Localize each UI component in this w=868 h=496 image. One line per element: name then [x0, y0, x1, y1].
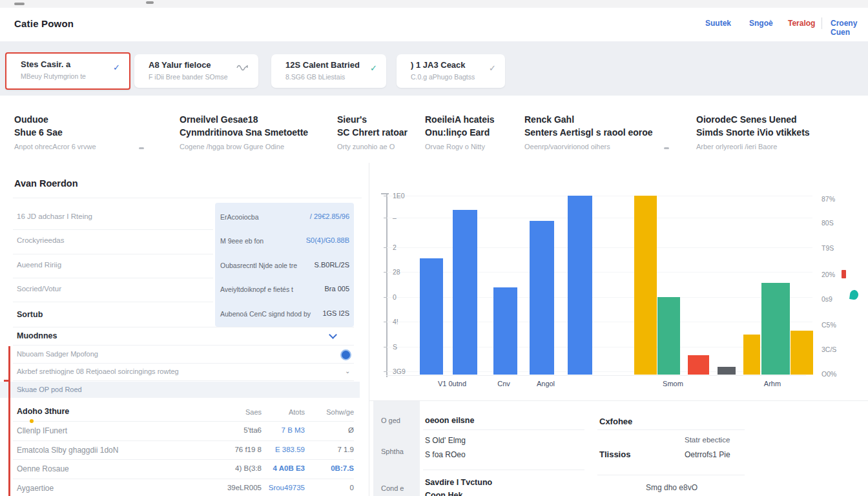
feature-title[interactable]: Cynmdritinova Sna Smetoette [180, 127, 308, 138]
y-axis-label: 3G9 [393, 367, 406, 375]
y-axis-label: 1E0 [393, 192, 405, 200]
gridline [386, 247, 812, 248]
nav-link-2[interactable]: Sngoè [749, 19, 773, 28]
chart-bar[interactable] [568, 196, 592, 375]
legend-teal-marker [849, 289, 859, 300]
stat-card[interactable]: 12S Calent Batried 8.SG6 GB bLiestais ✓ [271, 54, 386, 88]
chart-bar[interactable] [718, 367, 736, 375]
row-label: Aueend Ririig [17, 261, 61, 269]
caret-mark-icon [664, 147, 669, 149]
gridline [386, 322, 812, 322]
box-label: Oubasrecntl Njde aole tre [220, 262, 297, 269]
feature-title[interactable]: Renck Gahl [524, 114, 574, 125]
box-value[interactable]: Bra 005 [324, 285, 349, 293]
chart-bar[interactable] [453, 210, 477, 375]
feature-title[interactable]: Shue 6 Sae [14, 127, 63, 138]
box-value[interactable]: 1GS I2S [322, 309, 349, 317]
sidebar-item[interactable]: Cond e [381, 484, 404, 492]
link-row[interactable]: Akrbef srethiogjne 08 Retjoaeol soircing… [17, 367, 179, 375]
stat-card-title: ) 1 JA3 Ceack [411, 60, 466, 70]
y-tick [384, 297, 387, 298]
y-axis-label: 4! [393, 318, 398, 326]
stat-card-title: A8 Yalur fieloce [149, 60, 211, 70]
nav-link-3[interactable]: Teralog [788, 19, 815, 28]
feature-title[interactable]: SC Chrert ratoar [337, 127, 408, 138]
box-value[interactable]: / 29€2.85/96 [310, 212, 349, 220]
y-tick [384, 371, 387, 372]
link-row[interactable]: Skuae OP pod Roed [17, 386, 82, 393]
nav-link-1[interactable]: Suutek [705, 19, 731, 28]
bar-chart: 1E0–22804!S3G9V1 0utndCnvAngolSmomArhm87… [369, 163, 868, 400]
blue-dot-icon[interactable] [340, 349, 351, 360]
table-cell-link[interactable]: E 383.59 [253, 446, 305, 453]
nav-link-4[interactable]: Croeny Cuen [831, 19, 868, 37]
right-axis-label: O0% [822, 370, 836, 378]
divider [13, 479, 354, 479]
feature-title[interactable]: Onu:linço Eard [425, 127, 490, 138]
divider [13, 345, 354, 346]
chart-bar[interactable] [493, 287, 517, 375]
stat-card[interactable]: ) 1 JA3 Ceack C.0.g aPhugo Bagtss ✓ [397, 54, 505, 88]
divider [13, 421, 354, 422]
y-tick [384, 322, 387, 322]
divider [423, 470, 584, 470]
chart-bar[interactable] [530, 221, 554, 375]
sidebar-item[interactable]: Sphtha [381, 448, 404, 455]
feature-title[interactable]: Senters Aertisgl s raool eoroe [524, 127, 653, 138]
box-label: M 9eee eb fon [220, 237, 264, 245]
feature-title[interactable]: Ouduoe [14, 114, 48, 125]
feature-title[interactable]: RoeileiA hcateis [425, 114, 495, 125]
y-axis-label: 0 [393, 293, 397, 301]
stat-card[interactable]: A8 Yalur fieloce F iDii Bree bander SOms… [134, 54, 258, 88]
bottom-middle-sidebar: O ged Sphtha Cond e [373, 401, 420, 496]
feature-subtitle: Oeenrp/vaorvirionod oihers [524, 143, 610, 150]
stat-card-highlighted[interactable]: Stes Casir. a MBeuy Rutymgrion te ✓ [5, 52, 130, 90]
y-tick [384, 218, 387, 218]
table-cell: 7 1.9 [305, 446, 354, 453]
box-value[interactable]: S0(4)/G0.88B [306, 236, 349, 244]
right-axis-label: 3C/S [822, 346, 836, 353]
feature-title[interactable]: OiorodeC Senes Uened [696, 114, 797, 125]
divider [13, 229, 213, 230]
feature-title[interactable]: Sieur's [337, 114, 367, 125]
expander-label[interactable]: Muodnnes [17, 331, 57, 340]
feature-title[interactable]: Orneilvel Gesae18 [180, 114, 258, 125]
x-axis-label: Arhm [743, 380, 801, 388]
chart-bar[interactable] [790, 331, 813, 375]
table-row-name: Oenne Rosaue [17, 464, 69, 473]
horizontal-divider [369, 400, 868, 401]
feature-subtitle: Cogene /hgga brow Ggure Odine [180, 143, 284, 150]
divider [597, 429, 745, 430]
box-value[interactable]: S.B0RL/2S [315, 261, 349, 269]
footer-text: Smg dho e8vO [646, 483, 698, 492]
link-strip[interactable]: Skuae OP pod Roed [0, 382, 360, 398]
link-row[interactable]: Nbuoam Sadger Mpofong [17, 350, 98, 358]
y-tick [384, 247, 387, 248]
box-label: ErAcooiocba [220, 213, 259, 221]
chart-bar[interactable] [688, 355, 709, 375]
right-axis-label: 80S [822, 219, 834, 227]
divider [423, 429, 584, 430]
chart-bar[interactable] [761, 283, 790, 375]
column-header: Sohw/ge [305, 408, 354, 416]
chart-bar[interactable] [657, 297, 680, 375]
entry-title: oeoon eilsne [425, 416, 474, 425]
table-cell-link[interactable]: Srou49735 [253, 484, 305, 491]
chart-bar[interactable] [743, 335, 760, 375]
panel-heading: Cxfohee [599, 417, 632, 426]
chart-bar[interactable] [420, 258, 443, 375]
table-cell-link[interactable]: 4 A0B E3 [253, 464, 305, 472]
check-icon: ✓ [113, 63, 120, 72]
feature-band: Ouduoe Shue 6 Sae Anpot ohrecAcror 6 vrv… [0, 96, 868, 163]
small-caret-icon[interactable]: ⌄ [345, 367, 350, 375]
y-axis-cap [381, 193, 389, 194]
table-cell-link[interactable]: 7 B M3 [253, 426, 305, 434]
table-cell-link[interactable]: 0B:7.S [305, 464, 354, 472]
chart-bar[interactable] [634, 196, 657, 375]
right-axis-label: 87% [822, 195, 835, 203]
feature-title[interactable]: Simds Snorte iVio vtikkets [696, 127, 810, 138]
feature-subtitle: Orvae Rogv o Nitty [425, 143, 485, 150]
header: Catie Powon Suutek Sngoè Teralog Croeny … [0, 8, 868, 42]
sidebar-item[interactable]: O ged [381, 417, 400, 424]
feature-subtitle: Anpot ohrecAcror 6 vrvwe [14, 143, 96, 150]
